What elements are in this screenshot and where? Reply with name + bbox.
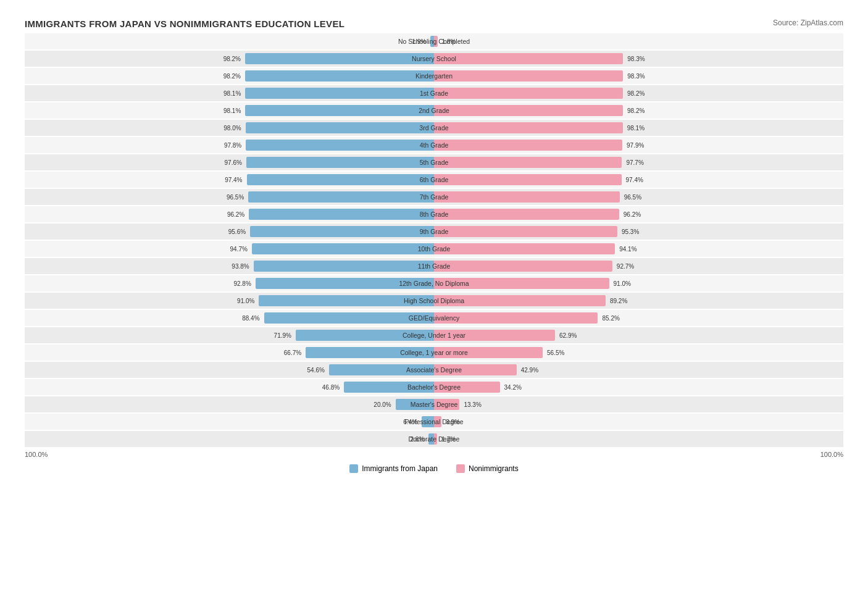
bar-blue: 93.8% xyxy=(254,261,434,272)
bar-row-inner: 6.4% Professional Degree 3.9% xyxy=(25,414,843,430)
bar-row: 98.2% Kindergarten 98.3% xyxy=(25,68,843,84)
bar-blue: 54.6% xyxy=(329,364,434,375)
val-right: 42.9% xyxy=(519,367,538,374)
right-side: 3.9% xyxy=(434,414,843,430)
val-right: 62.9% xyxy=(557,332,577,339)
left-side: 46.8% xyxy=(25,379,434,395)
bar-row-inner: 98.2% Nursery School 98.3% xyxy=(25,51,843,67)
left-side: 96.2% xyxy=(25,206,434,222)
val-right: 96.2% xyxy=(622,211,641,218)
bar-blue: 46.8% xyxy=(344,382,434,393)
bar-pink: 34.2% xyxy=(434,382,500,393)
legend-item-right: Nonimmigrants xyxy=(456,464,519,473)
left-side: 96.5% xyxy=(25,189,434,205)
val-right: 91.0% xyxy=(612,280,631,287)
val-right: 98.3% xyxy=(625,56,645,62)
bar-row-inner: 2.8% Doctorate Degree 1.7% xyxy=(25,431,843,447)
left-side: 92.8% xyxy=(25,275,434,291)
bar-row-inner: 97.6% 5th Grade 97.7% xyxy=(25,154,843,170)
left-side: 71.9% xyxy=(25,327,434,343)
legend-box-left xyxy=(349,464,358,473)
bar-row: 1.9% No Schooling Completed 1.8% xyxy=(25,33,843,49)
right-side: 96.2% xyxy=(434,206,843,222)
bar-row: 54.6% Associate's Degree 42.9% xyxy=(25,362,843,378)
right-side: 1.8% xyxy=(434,33,843,49)
bar-pink: 97.4% xyxy=(434,174,622,185)
val-right: 97.9% xyxy=(625,142,644,149)
left-side: 98.1% xyxy=(25,102,434,119)
bar-row: 97.4% 6th Grade 97.4% xyxy=(25,172,843,188)
right-side: 97.7% xyxy=(434,154,843,170)
right-side: 1.7% xyxy=(434,431,843,447)
bar-blue: 6.4% xyxy=(422,416,434,427)
bar-row: 66.7% College, 1 year or more 56.5% xyxy=(25,345,843,361)
bar-row-inner: 96.5% 7th Grade 96.5% xyxy=(25,189,843,205)
bar-pink: 62.9% xyxy=(434,330,555,341)
right-side: 62.9% xyxy=(434,327,843,343)
val-right: 1.7% xyxy=(440,436,456,443)
bar-pink: 97.9% xyxy=(434,140,622,151)
bar-blue: 96.5% xyxy=(248,191,434,203)
val-left: 96.2% xyxy=(227,211,246,218)
left-side: 66.7% xyxy=(25,345,434,361)
val-left: 94.7% xyxy=(230,246,249,253)
bar-blue: 98.0% xyxy=(246,122,434,133)
val-left: 6.4% xyxy=(403,419,419,425)
bar-pink: 98.1% xyxy=(434,122,623,133)
val-right: 97.4% xyxy=(624,177,643,183)
left-side: 95.6% xyxy=(25,224,434,240)
val-left: 66.7% xyxy=(284,349,303,356)
bar-pink: 96.5% xyxy=(434,191,620,203)
right-side: 94.1% xyxy=(434,241,843,257)
bar-row-inner: 88.4% GED/Equivalency 85.2% xyxy=(25,310,843,326)
left-side: 98.1% xyxy=(25,85,434,101)
right-side: 85.2% xyxy=(434,310,843,326)
bar-row: 92.8% 12th Grade, No Diploma 91.0% xyxy=(25,275,843,291)
bar-blue: 98.1% xyxy=(245,88,434,99)
val-left: 54.6% xyxy=(307,367,327,374)
chart-source: Source: ZipAtlas.com xyxy=(773,19,843,27)
bar-pink: 98.2% xyxy=(434,105,623,116)
val-left: 2.8% xyxy=(410,436,426,443)
right-side: 95.3% xyxy=(434,224,843,240)
bar-row-inner: 98.2% Kindergarten 98.3% xyxy=(25,68,843,84)
val-left: 98.1% xyxy=(223,90,243,97)
val-right: 95.3% xyxy=(620,228,639,235)
bar-row-inner: 98.1% 1st Grade 98.2% xyxy=(25,85,843,101)
bar-row-inner: 94.7% 10th Grade 94.1% xyxy=(25,241,843,257)
legend-label-left: Immigrants from Japan xyxy=(362,464,438,473)
legend-label-right: Nonimmigrants xyxy=(469,464,519,473)
val-left: 71.9% xyxy=(274,332,293,339)
bar-blue: 95.6% xyxy=(250,226,434,237)
bar-row: 71.9% College, Under 1 year 62.9% xyxy=(25,327,843,343)
chart-container: IMMIGRANTS FROM JAPAN VS NONIMMIGRANTS E… xyxy=(12,12,856,485)
val-right: 1.8% xyxy=(440,38,456,45)
bar-row-inner: 97.4% 6th Grade 97.4% xyxy=(25,172,843,188)
val-left: 1.9% xyxy=(412,38,428,45)
bar-row: 46.8% Bachelor's Degree 34.2% xyxy=(25,379,843,395)
bar-row: 6.4% Professional Degree 3.9% xyxy=(25,414,843,430)
bar-row-inner: 46.8% Bachelor's Degree 34.2% xyxy=(25,379,843,395)
left-side: 1.9% xyxy=(25,33,434,49)
right-side: 98.2% xyxy=(434,102,843,119)
bar-row-inner: 66.7% College, 1 year or more 56.5% xyxy=(25,345,843,361)
bar-pink: 89.2% xyxy=(434,295,606,306)
val-left: 98.1% xyxy=(223,107,243,114)
left-side: 97.8% xyxy=(25,137,434,153)
bar-row: 95.6% 9th Grade 95.3% xyxy=(25,224,843,240)
bar-blue: 94.7% xyxy=(252,243,434,254)
bar-row: 88.4% GED/Equivalency 85.2% xyxy=(25,310,843,326)
bar-row: 91.0% High School Diploma 89.2% xyxy=(25,293,843,309)
val-right: 3.9% xyxy=(444,419,460,425)
bar-blue: 97.6% xyxy=(246,157,434,168)
bar-row: 20.0% Master's Degree 13.3% xyxy=(25,396,843,412)
left-side: 54.6% xyxy=(25,362,434,378)
bar-pink: 91.0% xyxy=(434,278,609,289)
bar-pink: 1.8% xyxy=(434,36,438,47)
val-right: 34.2% xyxy=(503,384,522,391)
bar-pink: 98.3% xyxy=(434,70,623,82)
right-side: 97.4% xyxy=(434,172,843,188)
right-side: 98.3% xyxy=(434,68,843,84)
left-side: 98.0% xyxy=(25,120,434,136)
chart-rows: 1.9% No Schooling Completed 1.8% 98.2% N… xyxy=(25,33,843,447)
